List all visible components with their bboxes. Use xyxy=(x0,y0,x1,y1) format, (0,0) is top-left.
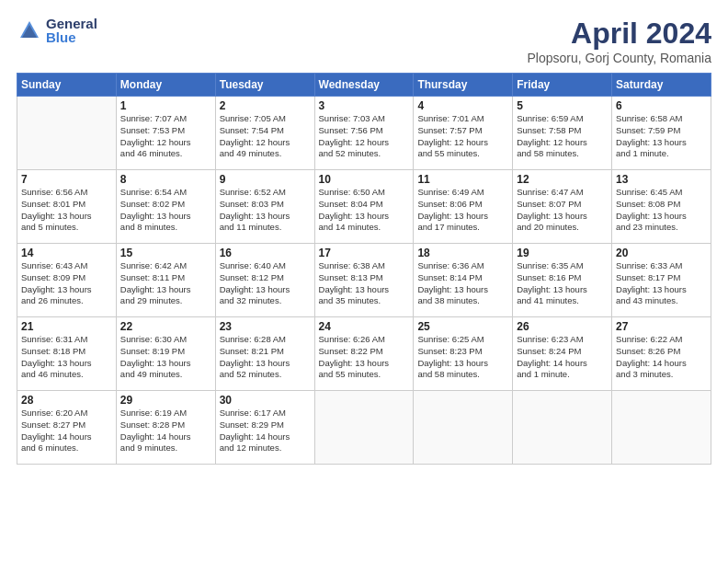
calendar-week-row: 1Sunrise: 7:07 AM Sunset: 7:53 PM Daylig… xyxy=(17,97,711,170)
logo-text: General Blue xyxy=(46,17,97,44)
weekday-header: Wednesday xyxy=(314,74,414,97)
day-info: Sunrise: 6:47 AM Sunset: 8:07 PM Dayligh… xyxy=(517,187,608,234)
logo-blue: Blue xyxy=(46,30,97,44)
calendar-cell xyxy=(314,391,414,465)
day-info: Sunrise: 6:40 AM Sunset: 8:12 PM Dayligh… xyxy=(220,260,311,307)
day-number: 30 xyxy=(220,394,311,407)
calendar-cell: 17Sunrise: 6:38 AM Sunset: 8:13 PM Dayli… xyxy=(314,244,414,317)
calendar-cell: 21Sunrise: 6:31 AM Sunset: 8:18 PM Dayli… xyxy=(17,317,117,391)
calendar-cell: 22Sunrise: 6:30 AM Sunset: 8:19 PM Dayli… xyxy=(116,317,215,391)
calendar-week-row: 7Sunrise: 6:56 AM Sunset: 8:01 PM Daylig… xyxy=(17,170,711,244)
title-block: April 2024 Plopsoru, Gorj County, Romani… xyxy=(528,17,712,65)
day-number: 24 xyxy=(319,320,410,333)
day-info: Sunrise: 6:38 AM Sunset: 8:13 PM Dayligh… xyxy=(319,260,410,307)
day-info: Sunrise: 6:52 AM Sunset: 8:03 PM Dayligh… xyxy=(220,187,311,234)
page-container: General Blue April 2024 Plopsoru, Gorj C… xyxy=(0,0,728,563)
calendar-cell xyxy=(17,97,117,170)
day-number: 19 xyxy=(517,247,608,259)
calendar-cell: 19Sunrise: 6:35 AM Sunset: 8:16 PM Dayli… xyxy=(513,244,612,317)
calendar-cell: 9Sunrise: 6:52 AM Sunset: 8:03 PM Daylig… xyxy=(215,170,314,244)
calendar-cell xyxy=(612,391,711,465)
day-info: Sunrise: 7:03 AM Sunset: 7:56 PM Dayligh… xyxy=(319,113,410,160)
day-number: 21 xyxy=(21,320,112,333)
day-number: 16 xyxy=(220,247,311,259)
calendar-week-row: 21Sunrise: 6:31 AM Sunset: 8:18 PM Dayli… xyxy=(17,317,711,391)
weekday-header: Tuesday xyxy=(215,74,314,97)
calendar-body: 1Sunrise: 7:07 AM Sunset: 7:53 PM Daylig… xyxy=(17,97,711,465)
day-info: Sunrise: 6:22 AM Sunset: 8:26 PM Dayligh… xyxy=(616,334,707,381)
calendar-cell: 10Sunrise: 6:50 AM Sunset: 8:04 PM Dayli… xyxy=(314,170,414,244)
day-info: Sunrise: 6:36 AM Sunset: 8:14 PM Dayligh… xyxy=(417,260,508,307)
calendar-cell: 28Sunrise: 6:20 AM Sunset: 8:27 PM Dayli… xyxy=(17,391,117,465)
day-number: 14 xyxy=(21,247,112,259)
day-number: 27 xyxy=(616,320,707,333)
page-header: General Blue April 2024 Plopsoru, Gorj C… xyxy=(17,17,711,65)
day-number: 6 xyxy=(616,99,707,112)
day-info: Sunrise: 6:20 AM Sunset: 8:27 PM Dayligh… xyxy=(21,408,112,454)
day-number: 9 xyxy=(220,173,311,186)
day-info: Sunrise: 6:42 AM Sunset: 8:11 PM Dayligh… xyxy=(120,260,211,307)
weekday-header-row: SundayMondayTuesdayWednesdayThursdayFrid… xyxy=(17,74,711,97)
calendar-cell: 23Sunrise: 6:28 AM Sunset: 8:21 PM Dayli… xyxy=(215,317,314,391)
subtitle: Plopsoru, Gorj County, Romania xyxy=(528,51,712,65)
calendar-cell: 24Sunrise: 6:26 AM Sunset: 8:22 PM Dayli… xyxy=(314,317,414,391)
day-number: 20 xyxy=(616,247,707,259)
day-info: Sunrise: 6:33 AM Sunset: 8:17 PM Dayligh… xyxy=(616,260,707,307)
day-number: 26 xyxy=(517,320,608,333)
calendar-cell: 5Sunrise: 6:59 AM Sunset: 7:58 PM Daylig… xyxy=(513,97,612,170)
logo: General Blue xyxy=(17,17,97,44)
day-number: 25 xyxy=(417,320,508,333)
weekday-header: Monday xyxy=(116,74,215,97)
day-info: Sunrise: 6:45 AM Sunset: 8:08 PM Dayligh… xyxy=(616,187,707,234)
weekday-header: Thursday xyxy=(414,74,513,97)
day-number: 17 xyxy=(319,247,410,259)
calendar-cell: 14Sunrise: 6:43 AM Sunset: 8:09 PM Dayli… xyxy=(17,244,117,317)
calendar-cell: 29Sunrise: 6:19 AM Sunset: 8:28 PM Dayli… xyxy=(116,391,215,465)
calendar-header: SundayMondayTuesdayWednesdayThursdayFrid… xyxy=(17,74,711,97)
calendar-week-row: 14Sunrise: 6:43 AM Sunset: 8:09 PM Dayli… xyxy=(17,244,711,317)
calendar-cell: 30Sunrise: 6:17 AM Sunset: 8:29 PM Dayli… xyxy=(215,391,314,465)
day-info: Sunrise: 6:56 AM Sunset: 8:01 PM Dayligh… xyxy=(21,187,112,234)
weekday-header: Sunday xyxy=(17,74,117,97)
day-info: Sunrise: 6:26 AM Sunset: 8:22 PM Dayligh… xyxy=(319,334,410,381)
calendar-cell: 25Sunrise: 6:25 AM Sunset: 8:23 PM Dayli… xyxy=(414,317,513,391)
logo-icon xyxy=(17,17,42,43)
day-number: 28 xyxy=(21,394,112,407)
day-info: Sunrise: 6:25 AM Sunset: 8:23 PM Dayligh… xyxy=(417,334,508,381)
calendar-cell: 4Sunrise: 7:01 AM Sunset: 7:57 PM Daylig… xyxy=(414,97,513,170)
calendar-cell: 2Sunrise: 7:05 AM Sunset: 7:54 PM Daylig… xyxy=(215,97,314,170)
calendar-cell xyxy=(414,391,513,465)
day-number: 7 xyxy=(21,173,112,186)
calendar-cell: 18Sunrise: 6:36 AM Sunset: 8:14 PM Dayli… xyxy=(414,244,513,317)
calendar-week-row: 28Sunrise: 6:20 AM Sunset: 8:27 PM Dayli… xyxy=(17,391,711,465)
calendar-cell: 11Sunrise: 6:49 AM Sunset: 8:06 PM Dayli… xyxy=(414,170,513,244)
day-number: 23 xyxy=(220,320,311,333)
day-number: 12 xyxy=(517,173,608,186)
calendar-cell xyxy=(513,391,612,465)
day-info: Sunrise: 6:59 AM Sunset: 7:58 PM Dayligh… xyxy=(517,113,608,160)
day-number: 2 xyxy=(220,99,311,112)
day-number: 8 xyxy=(120,173,211,186)
day-info: Sunrise: 6:31 AM Sunset: 8:18 PM Dayligh… xyxy=(21,334,112,381)
day-info: Sunrise: 6:58 AM Sunset: 7:59 PM Dayligh… xyxy=(616,113,707,160)
main-title: April 2024 xyxy=(528,17,712,51)
calendar-cell: 26Sunrise: 6:23 AM Sunset: 8:24 PM Dayli… xyxy=(513,317,612,391)
day-info: Sunrise: 6:50 AM Sunset: 8:04 PM Dayligh… xyxy=(319,187,410,234)
day-info: Sunrise: 7:05 AM Sunset: 7:54 PM Dayligh… xyxy=(220,113,311,160)
calendar-cell: 16Sunrise: 6:40 AM Sunset: 8:12 PM Dayli… xyxy=(215,244,314,317)
day-info: Sunrise: 6:19 AM Sunset: 8:28 PM Dayligh… xyxy=(120,408,211,454)
day-number: 1 xyxy=(120,99,211,112)
calendar-cell: 7Sunrise: 6:56 AM Sunset: 8:01 PM Daylig… xyxy=(17,170,117,244)
day-number: 3 xyxy=(319,99,410,112)
day-number: 4 xyxy=(417,99,508,112)
day-number: 10 xyxy=(319,173,410,186)
day-number: 13 xyxy=(616,173,707,186)
calendar-cell: 3Sunrise: 7:03 AM Sunset: 7:56 PM Daylig… xyxy=(314,97,414,170)
day-info: Sunrise: 6:23 AM Sunset: 8:24 PM Dayligh… xyxy=(517,334,608,381)
day-number: 11 xyxy=(417,173,508,186)
day-info: Sunrise: 6:28 AM Sunset: 8:21 PM Dayligh… xyxy=(220,334,311,381)
calendar-cell: 12Sunrise: 6:47 AM Sunset: 8:07 PM Dayli… xyxy=(513,170,612,244)
day-info: Sunrise: 6:35 AM Sunset: 8:16 PM Dayligh… xyxy=(517,260,608,307)
day-info: Sunrise: 7:01 AM Sunset: 7:57 PM Dayligh… xyxy=(417,113,508,160)
day-number: 15 xyxy=(120,247,211,259)
